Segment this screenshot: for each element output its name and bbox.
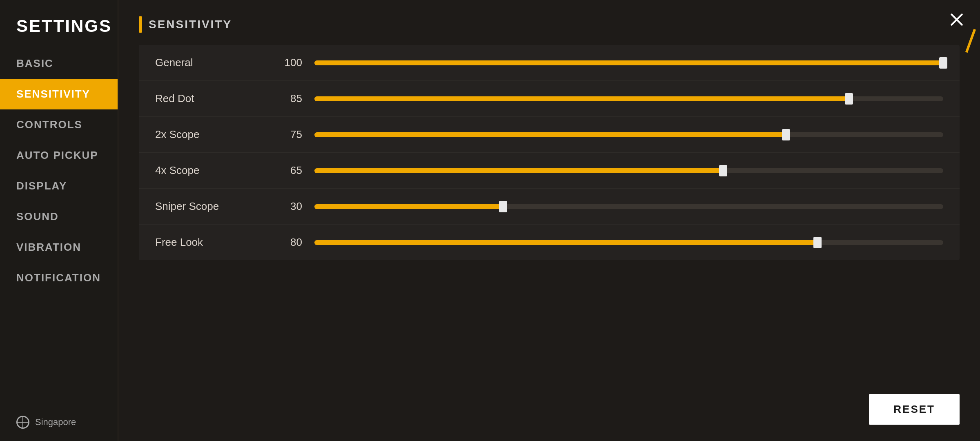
- slider-fill-free-look: [314, 240, 817, 245]
- reset-button-container: RESET: [869, 394, 960, 425]
- sidebar-item-notification[interactable]: NOTIFICATION: [0, 263, 118, 293]
- sliders-container: General 100 Red Dot 85 2x Scope 75: [139, 45, 960, 260]
- corner-decoration: [931, 0, 980, 49]
- slider-label-general: General: [155, 56, 270, 69]
- slider-thumb-red-dot[interactable]: [845, 93, 853, 105]
- slider-fill-sniper-scope: [314, 204, 503, 209]
- slider-label-free-look: Free Look: [155, 236, 270, 249]
- main-content: SENSITIVITY General 100 Red Dot 85: [118, 0, 980, 441]
- close-button[interactable]: [945, 8, 968, 31]
- section-title: SENSITIVITY: [149, 18, 232, 31]
- sidebar-item-vibration[interactable]: VIBRATION: [0, 232, 118, 263]
- slider-fill-red-dot: [314, 96, 849, 101]
- section-header: SENSITIVITY: [139, 16, 960, 33]
- slider-row-general: General 100: [139, 45, 960, 81]
- sidebar-item-sound[interactable]: SOUND: [0, 201, 118, 232]
- reset-button[interactable]: RESET: [869, 394, 960, 425]
- settings-title: SETTINGS: [0, 8, 118, 48]
- sidebar-item-controls[interactable]: CONTROLS: [0, 109, 118, 140]
- slider-thumb-4x-scope[interactable]: [719, 165, 727, 176]
- slider-value-free-look: 80: [270, 236, 302, 249]
- slider-thumb-general[interactable]: [939, 57, 947, 69]
- section-bar-accent: [139, 16, 142, 33]
- slider-row-4x-scope: 4x Scope 65: [139, 153, 960, 189]
- slider-fill-2x-scope: [314, 132, 786, 137]
- slider-label-4x-scope: 4x Scope: [155, 164, 270, 177]
- slider-fill-4x-scope: [314, 168, 723, 173]
- globe-icon: [16, 416, 29, 429]
- sidebar-item-basic[interactable]: BASIC: [0, 48, 118, 79]
- slider-track-free-look[interactable]: [314, 240, 943, 245]
- sidebar: SETTINGS BASIC SENSITIVITY CONTROLS AUTO…: [0, 0, 118, 441]
- slider-track-2x-scope[interactable]: [314, 132, 943, 137]
- slider-row-free-look: Free Look 80: [139, 225, 960, 260]
- slider-fill-general: [314, 60, 943, 65]
- slider-label-2x-scope: 2x Scope: [155, 128, 270, 141]
- slider-track-general[interactable]: [314, 60, 943, 65]
- slider-track-sniper-scope[interactable]: [314, 204, 943, 209]
- slider-thumb-free-look[interactable]: [813, 237, 822, 248]
- slider-label-sniper-scope: Sniper Scope: [155, 200, 270, 213]
- slider-label-red-dot: Red Dot: [155, 92, 270, 105]
- sidebar-footer: Singapore: [0, 403, 118, 441]
- slider-value-general: 100: [270, 56, 302, 69]
- slider-value-4x-scope: 65: [270, 164, 302, 177]
- region-label: Singapore: [35, 417, 76, 428]
- sidebar-item-sensitivity[interactable]: SENSITIVITY: [0, 79, 118, 109]
- sidebar-item-display[interactable]: DISPLAY: [0, 171, 118, 201]
- slider-value-2x-scope: 75: [270, 128, 302, 141]
- slider-row-2x-scope: 2x Scope 75: [139, 117, 960, 153]
- slider-track-red-dot[interactable]: [314, 96, 943, 101]
- slider-value-sniper-scope: 30: [270, 200, 302, 213]
- sidebar-item-auto-pickup[interactable]: AUTO PICKUP: [0, 140, 118, 171]
- slider-thumb-sniper-scope[interactable]: [499, 201, 507, 212]
- sensitivity-section: SENSITIVITY General 100 Red Dot 85: [118, 0, 980, 441]
- slider-row-red-dot: Red Dot 85: [139, 81, 960, 117]
- slider-row-sniper-scope: Sniper Scope 30: [139, 189, 960, 225]
- slider-track-4x-scope[interactable]: [314, 168, 943, 173]
- slider-thumb-2x-scope[interactable]: [782, 129, 790, 140]
- slider-value-red-dot: 85: [270, 92, 302, 105]
